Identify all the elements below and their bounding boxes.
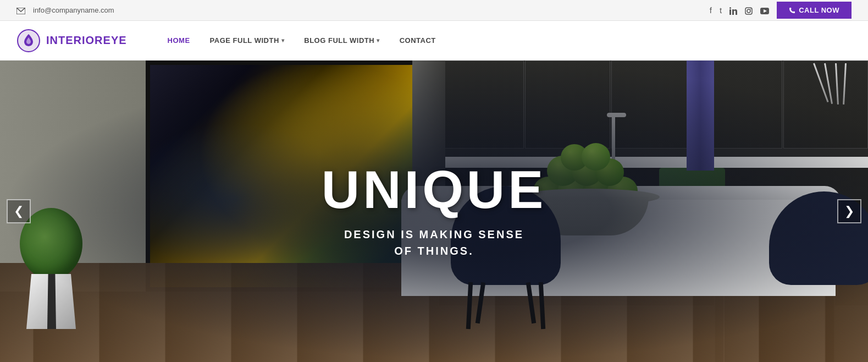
main-nav: HOME PAGE FULL WIDTH ▾ BLOG FULL WIDTH ▾… — [160, 32, 444, 49]
social-twitter[interactable]: t — [720, 6, 722, 15]
hero-subtitle-line1: DESIGN IS MAKING SENSE — [322, 226, 546, 243]
top-bar-right: f t CALL NOW — [710, 2, 852, 19]
svg-rect-3 — [745, 8, 752, 14]
hero-subtitle-line2: OF THINGS. — [322, 243, 546, 259]
logo[interactable]: INTERIOREYE — [16, 29, 127, 53]
social-instagram[interactable] — [745, 6, 753, 15]
slider-prev-button[interactable]: ❮ — [7, 199, 31, 223]
svg-point-4 — [747, 9, 750, 13]
svg-rect-1 — [729, 9, 731, 15]
social-linkedin[interactable] — [729, 6, 737, 15]
call-now-label: CALL NOW — [799, 6, 839, 14]
nav-blog-full-width[interactable]: BLOG FULL WIDTH ▾ — [296, 32, 387, 49]
hero-section: UNIQUE DESIGN IS MAKING SENSE OF THINGS.… — [0, 61, 868, 362]
envelope-icon — [16, 6, 29, 14]
chevron-down-icon: ▾ — [281, 37, 285, 43]
nav-contact[interactable]: CONTACT — [392, 32, 444, 49]
contact-info: info@companyname.com — [16, 6, 114, 14]
hero-content: UNIQUE DESIGN IS MAKING SENSE OF THINGS. — [322, 163, 546, 259]
hero-subtitle: DESIGN IS MAKING SENSE OF THINGS. — [322, 226, 546, 259]
chevron-down-icon: ▾ — [377, 37, 380, 43]
logo-text-part2: EYE — [103, 34, 127, 46]
social-youtube[interactable] — [760, 6, 769, 15]
header: INTERIOREYE HOME PAGE FULL WIDTH ▾ BLOG … — [0, 21, 868, 61]
svg-point-2 — [729, 7, 731, 9]
email-address: info@companyname.com — [33, 6, 114, 14]
svg-point-5 — [750, 9, 751, 10]
logo-text-part1: INTERIOR — [46, 34, 103, 46]
call-now-button[interactable]: CALL NOW — [777, 2, 852, 19]
top-bar: info@companyname.com f t — [0, 0, 868, 21]
logo-text: INTERIOREYE — [46, 34, 127, 47]
slider-next-button[interactable]: ❯ — [837, 199, 861, 223]
hero-title: UNIQUE — [322, 163, 546, 216]
nav-home[interactable]: HOME — [160, 32, 198, 49]
nav-page-full-width[interactable]: PAGE FULL WIDTH ▾ — [202, 32, 292, 49]
social-facebook[interactable]: f — [710, 6, 712, 15]
